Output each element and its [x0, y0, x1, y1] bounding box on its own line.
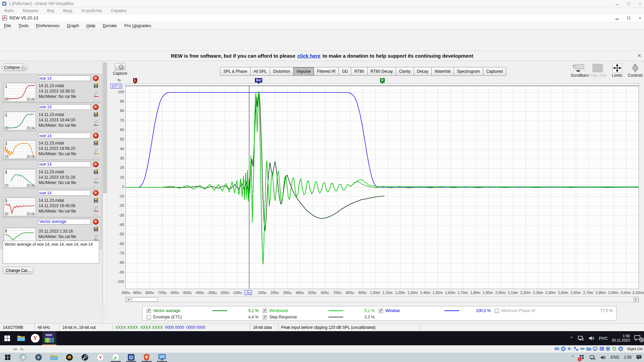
vbox-menu-0[interactable]: Файл — [4, 8, 14, 13]
hdd-icon[interactable] — [554, 346, 559, 351]
host-taskbar-utorrent-icon[interactable]: µ — [108, 353, 123, 362]
display-icon[interactable] — [593, 346, 598, 351]
vbox-menu-3[interactable]: Ввод — [63, 8, 72, 13]
delete-measurement-icon[interactable]: ✕ — [93, 162, 99, 167]
vm-start-button[interactable] — [0, 331, 14, 345]
host-taskbar-disc-icon[interactable] — [15, 353, 31, 362]
edit-trace-icon[interactable] — [94, 92, 100, 98]
vm-yandex-browser-icon[interactable]: Y — [28, 331, 42, 345]
sync-icon[interactable] — [612, 346, 617, 351]
tab-impulse[interactable]: Impulse — [293, 67, 314, 76]
rew-menu-graph[interactable]: Graph — [67, 23, 79, 28]
vbox-minimize-button[interactable] — [615, 1, 619, 6]
vbox-menu-5[interactable]: Справка — [111, 8, 126, 13]
measurement-card-4[interactable]: ✕42020,0kDelay 0.03214.11.23.mdat14.11.2… — [1, 160, 102, 189]
delete-measurement-icon[interactable]: ✕ — [93, 75, 99, 81]
edit-trace-icon[interactable] — [94, 149, 100, 156]
tab-spectrogram[interactable]: Spectrogram — [454, 67, 483, 76]
vm-rew-taskbar-icon[interactable]: REW — [42, 331, 56, 345]
measurement-notes[interactable]: Vector average of ноя 14, ноя 14, ноя 14… — [3, 241, 99, 263]
vm-network-icon[interactable] — [578, 336, 584, 341]
edit-trace-icon[interactable] — [94, 206, 100, 213]
measurement-card-2[interactable]: ✕22020,0kDelay 0.02014.11.23.mdat14.11.2… — [1, 103, 102, 131]
vm-clock[interactable]: 1:56 20.11.2023 — [612, 334, 630, 343]
rew-menu-preferences[interactable]: Preferences — [36, 23, 59, 28]
host-network-icon[interactable] — [589, 355, 596, 360]
tab-rt60-decay[interactable]: RT60 Decay — [368, 67, 396, 76]
delete-measurement-icon[interactable]: ✕ — [93, 133, 99, 138]
optical-disk-icon[interactable] — [561, 346, 566, 351]
vm-notifications-icon[interactable]: 3 — [634, 335, 643, 342]
vbox-menu-2[interactable]: Вид — [47, 8, 54, 13]
vbox-maximize-button[interactable] — [627, 1, 631, 6]
rew-menu-pro-upgrades[interactable]: Pro Upgrades — [124, 23, 151, 28]
host-speaker-icon[interactable] — [600, 355, 606, 360]
edit-trace-icon[interactable] — [94, 178, 100, 184]
tab-gd[interactable]: GD — [339, 67, 351, 76]
measurement-card-1[interactable]: ✕12020,0kDelay 0.02014.11.23.mdat14.11.2… — [1, 74, 102, 103]
delete-measurement-icon[interactable]: ✕ — [93, 190, 99, 196]
marker-ref[interactable]: Ref — [255, 78, 262, 82]
sidebar-scrollbar[interactable] — [103, 62, 107, 304]
legend-checkbox[interactable] — [495, 309, 499, 313]
notes-icon[interactable] — [94, 100, 100, 103]
save-measurement-icon[interactable] — [94, 140, 100, 147]
cursor-time-readout[interactable]: -6u — [245, 290, 252, 295]
impulse-plot[interactable] — [125, 83, 639, 289]
change-cal-button[interactable]: Change Cal... — [3, 267, 34, 274]
save-measurement-icon[interactable] — [94, 226, 100, 233]
legend-checkbox[interactable] — [147, 315, 151, 319]
virtualization-icon[interactable] — [605, 346, 610, 351]
usb-icon[interactable] — [580, 346, 585, 351]
scroll-right-arrow-icon[interactable]: ► — [633, 297, 639, 302]
measurement-name-input[interactable] — [38, 104, 91, 110]
measurement-name-input[interactable] — [38, 133, 91, 138]
host-taskbar-steam-icon[interactable] — [77, 353, 93, 362]
rew-maximize-button[interactable] — [627, 16, 631, 20]
collapse-button[interactable]: Collapse « — [2, 64, 28, 71]
legend-checkbox[interactable] — [147, 309, 151, 313]
tab-rt60[interactable]: RT60 — [351, 67, 367, 76]
host-update-icon[interactable]: 1 — [579, 354, 585, 360]
host-notifications-icon[interactable] — [636, 355, 642, 360]
save-measurement-icon[interactable] — [94, 169, 100, 176]
host-taskbar-brave-icon[interactable] — [139, 353, 154, 362]
sidebar-scrollbar-thumb[interactable] — [103, 63, 107, 193]
plot-h-scrollbar-thumb[interactable] — [132, 297, 158, 302]
measurement-card-3[interactable]: ✕32020,0kDelay 0.42714.11.23.mdat14.11.2… — [1, 131, 102, 160]
graph-control-controls[interactable]: Controls — [626, 64, 644, 78]
y-axis-top-limit[interactable]: 107,0 — [111, 84, 122, 88]
legend-checkbox[interactable] — [263, 309, 267, 313]
measurement-card-5[interactable]: ✕52020,0kDelay 0.03114.11.23.mdat14.11.2… — [1, 188, 102, 217]
rew-close-button[interactable]: × — [638, 16, 642, 20]
vbox-menu-4[interactable]: Устройства — [81, 8, 102, 13]
vm-language-indicator[interactable]: РУС — [599, 336, 608, 341]
tab-clarity[interactable]: Clarity — [396, 67, 414, 76]
rew-menu-tools[interactable]: Tools — [18, 23, 29, 28]
notes-icon[interactable] — [94, 158, 100, 160]
download-icon[interactable] — [618, 346, 623, 351]
shared-folders-icon[interactable] — [586, 346, 591, 351]
capture-button[interactable]: Capture — [111, 63, 129, 76]
tab-filtered-ir[interactable]: Filtered IR — [314, 67, 339, 76]
measurement-name-input[interactable] — [38, 75, 91, 81]
save-measurement-icon[interactable] — [94, 197, 100, 204]
host-taskbar-start-button[interactable] — [0, 353, 15, 362]
rew-minimize-button[interactable] — [615, 16, 619, 20]
network-icon[interactable] — [574, 346, 579, 351]
tab-decay[interactable]: Decay — [414, 67, 432, 76]
plot-h-scrollbar[interactable]: ◄ ► — [125, 297, 639, 302]
marker-l[interactable]: L — [133, 78, 137, 82]
host-taskbar-amigo-icon[interactable]: a — [62, 353, 77, 362]
host-tray-expand-icon[interactable]: ⌃ — [571, 355, 575, 360]
tab-all-spl[interactable]: All SPL — [251, 67, 270, 76]
rew-menu-help[interactable]: Help — [87, 23, 96, 28]
vbox-close-button[interactable]: × — [638, 1, 642, 6]
host-taskbar-file-explorer-icon[interactable] — [46, 353, 62, 362]
host-clock[interactable]: 1:56 — [624, 355, 632, 360]
host-taskbar-vm-window-icon[interactable] — [154, 353, 170, 362]
tab-captured[interactable]: Captured — [483, 67, 506, 76]
graph-control-scrollbars[interactable]: Scrollbars — [570, 64, 589, 78]
host-taskbar-virtualbox-icon[interactable] — [123, 353, 139, 362]
recording-icon[interactable]: V — [599, 346, 604, 351]
